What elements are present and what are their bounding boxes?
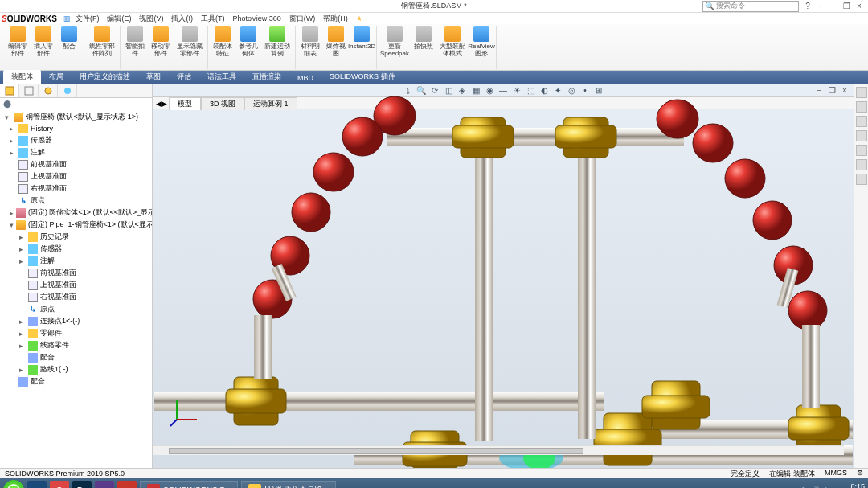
- ribbon-btn-大型装配模式[interactable]: 大型装配体模式: [437, 26, 468, 57]
- heads-up-btn-0[interactable]: ⤵: [401, 84, 414, 96]
- view-tab-3d[interactable]: 3D 视图: [201, 97, 244, 110]
- command-tab-7[interactable]: MBD: [289, 72, 321, 84]
- ribbon-btn-插入零部件[interactable]: 插入零部件: [31, 26, 55, 57]
- taskbar-icon-explorer[interactable]: 🗂: [27, 481, 47, 488]
- heads-up-btn-3[interactable]: ◫: [442, 84, 455, 96]
- tree-item-3[interactable]: 前视基准面: [2, 158, 150, 170]
- menu-view[interactable]: 视图(V): [136, 14, 166, 24]
- ribbon-btn-配合[interactable]: 配合: [57, 26, 81, 50]
- ribbon-btn-参考几何体[interactable]: 参考几何体: [236, 26, 260, 57]
- menu-edit[interactable]: 编辑(E): [104, 14, 134, 24]
- view-tab-motion[interactable]: 运动算例 1: [244, 97, 297, 110]
- tree-item-17[interactable]: ▸零部件: [2, 327, 150, 339]
- help-button[interactable]: ?: [802, 2, 813, 11]
- heads-up-btn-2[interactable]: ⟳: [428, 84, 441, 96]
- taskpane-tab-design-library[interactable]: [856, 101, 867, 113]
- view-tab-model[interactable]: 模型: [169, 97, 201, 110]
- graphics-restore-button[interactable]: ❐: [826, 85, 837, 95]
- tree-item-9[interactable]: ▸历史记录: [2, 231, 150, 243]
- taskbar-task-solidworks[interactable]: SW SOLIDWORKS P...: [140, 481, 238, 488]
- ribbon-btn-显示隐藏零部件[interactable]: 显示隐藏零部件: [174, 26, 205, 57]
- tree-item-2[interactable]: ▸注解: [2, 146, 150, 158]
- tree-item-8[interactable]: ▾(固定) Pipe_1-钢管座椅<1> (默认<显示状态-1>): [2, 219, 150, 231]
- tree-item-13[interactable]: 上视基准面: [2, 279, 150, 291]
- tree-item-5[interactable]: 右视基准面: [2, 182, 150, 195]
- graphics-min-button[interactable]: −: [813, 85, 825, 95]
- ribbon-btn-陣列[interactable]: 线性零部件阵列: [87, 26, 117, 57]
- command-tab-6[interactable]: 直播渲染: [244, 70, 289, 84]
- menu-help[interactable]: 帮助(H): [320, 14, 351, 24]
- tree-item-14[interactable]: 右视基准面: [2, 291, 150, 303]
- command-tab-3[interactable]: 草图: [138, 70, 169, 84]
- taskbar-icon-app[interactable]: ◧: [117, 481, 137, 488]
- ribbon-btn-移动零部件[interactable]: 移动零部件: [149, 26, 173, 57]
- panel-tab-feature-tree[interactable]: [0, 84, 19, 97]
- ribbon-btn-爆炸视图[interactable]: 爆炸视图: [324, 26, 348, 57]
- ribbon-btn-材料明细表[interactable]: 材料明细表: [298, 26, 322, 57]
- tree-item-18[interactable]: ▸线路零件: [2, 339, 150, 351]
- command-tab-5[interactable]: 语法工具: [199, 70, 244, 84]
- menu-window[interactable]: 窗口(W): [286, 14, 319, 24]
- panel-tab-property[interactable]: [19, 84, 39, 97]
- ribbon-btn-快照[interactable]: 拍快照: [411, 26, 436, 50]
- status-gear-icon[interactable]: ⚙: [857, 469, 863, 479]
- heads-up-btn-1[interactable]: 🔍: [415, 84, 428, 96]
- heads-up-btn-12[interactable]: ◎: [565, 84, 578, 96]
- menu-tools[interactable]: 工具(T): [198, 14, 228, 24]
- tree-item-4[interactable]: 上视基准面: [2, 170, 150, 182]
- heads-up-btn-9[interactable]: ⬚: [524, 84, 537, 96]
- heads-up-btn-4[interactable]: ◈: [456, 84, 469, 96]
- horizontal-scrollbar[interactable]: [153, 445, 844, 455]
- taskbar-task-folder[interactable]: H:\微信公众号\0...: [241, 481, 335, 488]
- panel-tab-display[interactable]: [58, 84, 77, 97]
- tray-clock[interactable]: 8:15: [833, 482, 865, 488]
- close-button[interactable]: ×: [854, 2, 865, 11]
- ribbon-btn-instant3d[interactable]: Instant3D: [350, 26, 374, 50]
- tree-item-10[interactable]: ▸传感器: [2, 243, 150, 255]
- taskbar-icon-photoshop[interactable]: Ps: [72, 481, 92, 488]
- heads-up-btn-14[interactable]: ⊞: [592, 84, 605, 96]
- panel-nav-icon[interactable]: ⬤: [3, 100, 11, 108]
- view-tabs-nav-icon[interactable]: ◀▶: [156, 100, 167, 108]
- tree-item-12[interactable]: 前视基准面: [2, 267, 150, 279]
- ribbon-btn-装配体特征[interactable]: 装配体特征: [211, 26, 235, 57]
- menu-file[interactable]: 文件(F): [72, 14, 103, 24]
- panel-tab-config[interactable]: [39, 84, 58, 97]
- taskpane-tab-file-explorer[interactable]: [856, 116, 867, 127]
- taskbar-icon-office[interactable]: O: [50, 481, 69, 488]
- tree-item-0[interactable]: ▸History: [2, 123, 150, 134]
- taskpane-tab-appearances[interactable]: [856, 145, 867, 156]
- tree-item-6[interactable]: ↳原点: [2, 195, 150, 207]
- tree-item-16[interactable]: ▸连接点1<-(-): [2, 315, 150, 327]
- menu-insert[interactable]: 插入(I): [168, 14, 196, 24]
- orientation-triad[interactable]: [169, 396, 201, 428]
- heads-up-btn-5[interactable]: ▦: [469, 84, 482, 96]
- ribbon-btn-新建运动算例[interactable]: 新建运动算例: [262, 26, 293, 57]
- heads-up-btn-6[interactable]: ◉: [483, 84, 496, 96]
- tree-item-7[interactable]: ▸(固定) 圆储实体<1> (默认<<默认>_显示状态 1: [2, 207, 150, 219]
- heads-up-btn-7[interactable]: —: [497, 84, 510, 96]
- command-tab-1[interactable]: 布局: [41, 70, 72, 84]
- ribbon-btn-智能扣件[interactable]: 智能扣件: [123, 26, 147, 57]
- status-units[interactable]: MMGS: [825, 469, 847, 479]
- command-tab-8[interactable]: SOLIDWORKS 插件: [321, 70, 403, 84]
- taskpane-tab-custom-props[interactable]: [856, 159, 867, 170]
- ribbon-btn-編輯零部件[interactable]: 编辑零部件: [6, 26, 30, 57]
- menu-file-icon[interactable]: ▥: [63, 14, 71, 23]
- heads-up-btn-11[interactable]: ✦: [551, 84, 564, 96]
- tree-item-1[interactable]: ▸传感器: [2, 134, 150, 146]
- heads-up-btn-10[interactable]: ◐: [538, 84, 551, 96]
- taskpane-tab-resources[interactable]: [856, 87, 867, 98]
- menu-photoview[interactable]: PhotoView 360: [229, 14, 284, 23]
- ribbon-btn-speedpak[interactable]: 更新Speedpak: [379, 26, 410, 57]
- ribbon-btn-realview[interactable]: RealView图形: [469, 26, 493, 57]
- heads-up-btn-13[interactable]: •: [579, 84, 592, 96]
- graphics-area[interactable]: ⤵🔍⟳◫◈▦◉—☀⬚◐✦◎•⊞ − ❐ ×: [153, 84, 854, 468]
- heads-up-btn-8[interactable]: ☀: [510, 84, 523, 96]
- command-tab-4[interactable]: 评估: [169, 70, 199, 84]
- tree-item-15[interactable]: ↳原点: [2, 303, 150, 315]
- tree-item-19[interactable]: 配合: [2, 351, 150, 363]
- command-tab-2[interactable]: 用户定义的描述: [72, 70, 138, 84]
- taskpane-tab-forum[interactable]: [856, 174, 867, 185]
- menu-star-icon[interactable]: ★: [353, 14, 366, 23]
